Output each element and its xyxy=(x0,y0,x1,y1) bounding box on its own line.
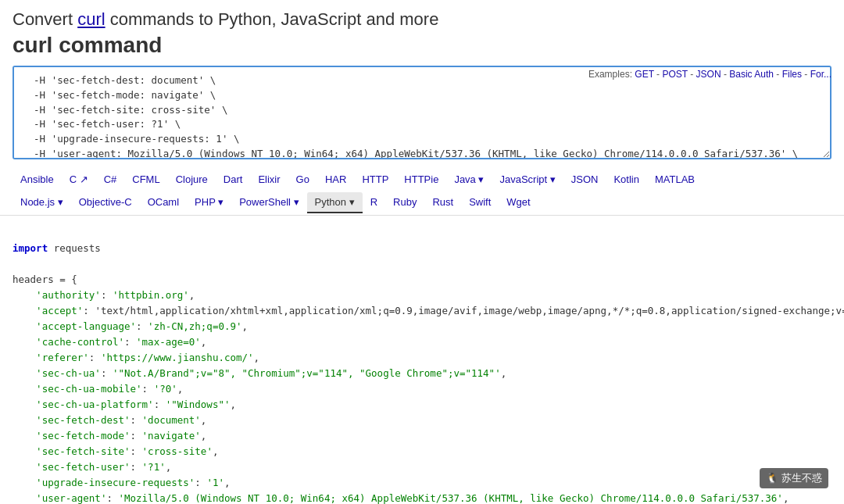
code-line-1: import requests xyxy=(13,241,831,256)
lang-tab-row1-9[interactable]: HTTP xyxy=(354,170,396,191)
page-title: Convert curl commands to Python, JavaScr… xyxy=(13,9,831,30)
lang-tab-row2-7[interactable]: Ruby xyxy=(385,192,424,213)
code-line-4: 'authority': 'httpbin.org', xyxy=(13,288,831,303)
lang-tab-row1-7[interactable]: Go xyxy=(288,170,317,191)
example-for[interactable]: For... xyxy=(810,69,831,80)
code-line-8: 'referer': 'https://www.jianshu.com/', xyxy=(13,350,831,366)
code-line-6: 'accept-language': 'zh-CN,zh;q=0.9', xyxy=(13,319,831,334)
lang-tab-row2-4[interactable]: PowerShell ▾ xyxy=(231,192,306,213)
title-suffix: commands to Python, JavaScript and more xyxy=(106,9,439,29)
code-output-area: import requests headers = { 'authority':… xyxy=(0,216,844,504)
top-header: Convert curl commands to Python, JavaScr… xyxy=(0,0,844,66)
lang-tab-row2-0[interactable]: Node.js ▾ xyxy=(13,192,71,213)
code-line-9: 'sec-ch-ua': '"Not.A/Brand";v="8", "Chro… xyxy=(13,366,831,381)
code-line-0 xyxy=(13,225,831,241)
lang-tabs-row2: Node.js ▾Objective-COCamlPHP ▾PowerShell… xyxy=(13,192,831,213)
lang-tab-row1-8[interactable]: HAR xyxy=(317,170,354,191)
lang-tab-row1-15[interactable]: MATLAB xyxy=(647,170,703,191)
code-line-2 xyxy=(13,256,831,272)
code-line-12: 'sec-fetch-dest': 'document', xyxy=(13,413,831,428)
lang-tab-row2-2[interactable]: OCaml xyxy=(140,192,187,213)
lang-tab-row1-6[interactable]: Elixir xyxy=(250,170,288,191)
lang-tab-row1-13[interactable]: JSON xyxy=(563,170,606,191)
lang-tab-row2-8[interactable]: Rust xyxy=(424,192,461,213)
lang-tab-row2-6[interactable]: R xyxy=(363,192,385,213)
lang-tabs-section: AnsibleC ↗C#CFMLClojureDartElixirGoHARHT… xyxy=(0,162,844,216)
lang-tab-row1-3[interactable]: CFML xyxy=(124,170,167,191)
lang-tab-row1-12[interactable]: JavaScript ▾ xyxy=(492,170,563,191)
lang-tab-row2-3[interactable]: PHP ▾ xyxy=(187,192,231,213)
lang-tab-row2-1[interactable]: Objective-C xyxy=(71,192,140,213)
examples-bar: Examples: GET - POST - JSON - Basic Auth… xyxy=(588,69,831,80)
code-line-17: 'user-agent': 'Mozilla/5.0 (Windows NT 1… xyxy=(13,491,831,504)
code-line-10: 'sec-ch-ua-mobile': '?0', xyxy=(13,381,831,397)
lang-tab-row1-10[interactable]: HTTPie xyxy=(396,170,446,191)
lang-tab-row1-1[interactable]: C ↗ xyxy=(62,170,96,191)
lang-tab-row2-9[interactable]: Swift xyxy=(461,192,499,213)
lang-tabs-row1: AnsibleC ↗C#CFMLClojureDartElixirGoHARHT… xyxy=(13,170,831,191)
lang-tab-row1-2[interactable]: C# xyxy=(96,170,125,191)
lang-tab-row2-5[interactable]: Python ▾ xyxy=(307,192,363,213)
code-line-11: 'sec-ch-ua-platform': '"Windows"', xyxy=(13,397,831,413)
example-post[interactable]: POST xyxy=(662,69,687,80)
curl-command-label: curl command xyxy=(13,33,831,58)
lang-tab-row1-0[interactable]: Ansible xyxy=(13,170,62,191)
code-line-15: 'sec-fetch-user': '?1', xyxy=(13,459,831,475)
code-line-5: 'accept': 'text/html,application/xhtml+x… xyxy=(13,303,831,319)
example-files[interactable]: Files xyxy=(782,69,802,80)
lang-tab-row1-11[interactable]: Java ▾ xyxy=(446,170,492,191)
curl-input[interactable] xyxy=(13,66,831,159)
lang-tab-row1-14[interactable]: Kotlin xyxy=(606,170,647,191)
lang-tab-row1-4[interactable]: Clojure xyxy=(168,170,216,191)
code-line-3: headers = { xyxy=(13,272,831,288)
lang-tab-row1-5[interactable]: Dart xyxy=(216,170,251,191)
examples-label: Examples: xyxy=(588,69,632,80)
code-line-7: 'cache-control': 'max-age=0', xyxy=(13,334,831,350)
code-line-13: 'sec-fetch-mode': 'navigate', xyxy=(13,428,831,444)
curl-input-wrapper: Examples: GET - POST - JSON - Basic Auth… xyxy=(13,66,831,162)
example-get[interactable]: GET xyxy=(635,69,653,80)
lang-tab-row2-10[interactable]: Wget xyxy=(499,192,538,213)
example-basicauth[interactable]: Basic Auth xyxy=(729,69,774,80)
code-line-16: 'upgrade-insecure-requests': '1', xyxy=(13,475,831,491)
title-prefix: Convert xyxy=(13,9,77,29)
example-json[interactable]: JSON xyxy=(696,69,721,80)
code-line-14: 'sec-fetch-site': 'cross-site', xyxy=(13,444,831,459)
curl-link[interactable]: curl xyxy=(77,9,105,29)
